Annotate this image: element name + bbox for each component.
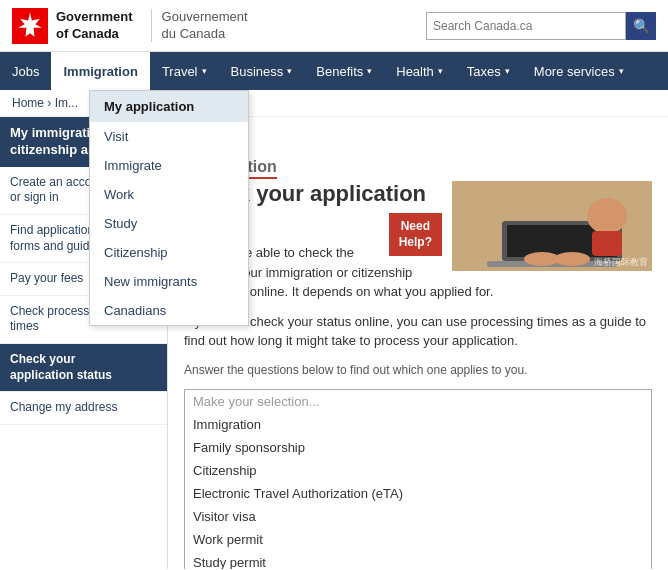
search-area: 🔍 [426, 12, 656, 40]
header: Government of Canada Gouvernement du Can… [0, 0, 668, 52]
search-input[interactable] [426, 12, 626, 40]
application-type-dropdown: Make your selection... Immigration Famil… [184, 389, 652, 570]
nav-item-taxes[interactable]: Taxes ▾ [455, 52, 522, 90]
hero-image: 海桥国际教育 [452, 181, 652, 271]
dropdown-item-placeholder[interactable]: Make your selection... [185, 390, 651, 413]
dropdown-item-family[interactable]: Family sponsorship [185, 436, 651, 459]
nav-item-immigration[interactable]: Immigration [51, 52, 149, 90]
dropdown-item-study[interactable]: Study permit [185, 551, 651, 570]
nav-dropdown-item-citizenship[interactable]: Citizenship [90, 238, 248, 267]
breadcrumb-home[interactable]: Home [12, 96, 44, 110]
svg-point-8 [587, 198, 627, 234]
hero-watermark: 海桥国际教育 [594, 256, 648, 269]
business-arrow: ▾ [287, 66, 292, 76]
breadcrumb-im[interactable]: Im... [55, 96, 78, 110]
nav-dropdown-immigration: My application Visit Immigrate Work Stud… [89, 90, 249, 326]
taxes-arrow: ▾ [505, 66, 510, 76]
dropdown-item-eta[interactable]: Electronic Travel Authorization (eTA) [185, 482, 651, 505]
nav-bar: Jobs Immigration Travel ▾ Business ▾ Ben… [0, 52, 668, 90]
desc-2: If you can't check your status online, y… [184, 312, 652, 351]
gov-name-en: Government of Canada [56, 9, 133, 43]
nav-dropdown-item-new-immigrants[interactable]: New immigrants [90, 267, 248, 296]
main-area: My immigration or citizenship applicatio… [0, 117, 668, 569]
dropdown-item-immigration[interactable]: Immigration [185, 413, 651, 436]
nav-dropdown-item-study[interactable]: Study [90, 209, 248, 238]
svg-point-7 [554, 252, 590, 266]
nav-item-travel[interactable]: Travel ▾ [150, 52, 219, 90]
desc-3: Answer the questions below to find out w… [184, 361, 652, 379]
need-help-button[interactable]: NeedHelp? [389, 213, 442, 256]
dropdown-item-visitor[interactable]: Visitor visa [185, 505, 651, 528]
nav-item-jobs[interactable]: Jobs [0, 52, 51, 90]
sidebar-item-status[interactable]: Check yourapplication status [0, 344, 167, 392]
search-button[interactable]: 🔍 [626, 12, 656, 40]
nav-dropdown-item-canadians[interactable]: Canadians [90, 296, 248, 325]
nav-dropdown-item-immigrate[interactable]: Immigrate [90, 151, 248, 180]
dropdown-item-citizenship[interactable]: Citizenship [185, 459, 651, 482]
health-arrow: ▾ [438, 66, 443, 76]
gov-name-fr: Gouvernement du Canada [151, 9, 248, 43]
benefits-arrow: ▾ [367, 66, 372, 76]
travel-arrow: ▾ [202, 66, 207, 76]
nav-item-more[interactable]: More services ▾ [522, 52, 636, 90]
maple-leaf-icon [12, 8, 48, 44]
svg-rect-9 [592, 231, 622, 256]
nav-item-benefits[interactable]: Benefits ▾ [304, 52, 384, 90]
nav-dropdown-item-visit[interactable]: Visit [90, 122, 248, 151]
nav-item-business[interactable]: Business ▾ [219, 52, 305, 90]
more-arrow: ▾ [619, 66, 624, 76]
nav-item-health[interactable]: Health ▾ [384, 52, 455, 90]
gov-logo: Government of Canada Gouvernement du Can… [12, 8, 248, 44]
sidebar-item-address[interactable]: Change my address [0, 392, 167, 425]
nav-dropdown-item-my-application[interactable]: My application [90, 91, 248, 122]
nav-dropdown-item-work[interactable]: Work [90, 180, 248, 209]
dropdown-item-work[interactable]: Work permit [185, 528, 651, 551]
